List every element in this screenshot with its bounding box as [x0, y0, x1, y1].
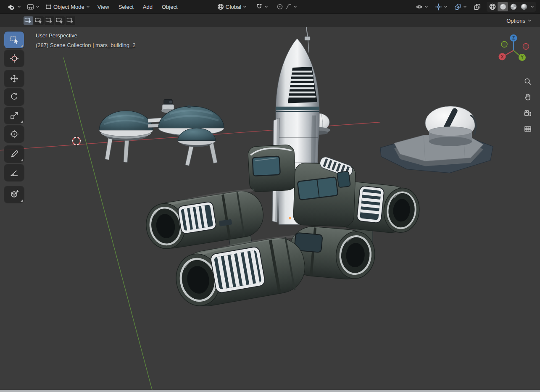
select-subtract-icon: [45, 17, 53, 24]
tool-scale[interactable]: [4, 107, 24, 124]
habitat-cabin-right[interactable]: [293, 155, 356, 227]
svg-text:X: X: [501, 55, 504, 59]
gizmo-axis-x[interactable]: X: [499, 53, 506, 61]
observatory-model[interactable]: [380, 106, 493, 173]
tool-shelf: [4, 32, 24, 203]
eye-icon: [416, 3, 423, 11]
gizmo-axis-neg-y[interactable]: [501, 42, 507, 47]
select-box-icon: [10, 35, 19, 45]
tool-cursor[interactable]: [4, 50, 24, 67]
shading-solid-button[interactable]: [498, 2, 508, 11]
rotate-icon: [10, 92, 19, 102]
select-mode-intersect-button[interactable]: [66, 16, 75, 25]
gizmo-axis-y[interactable]: Y: [519, 54, 526, 61]
object-origin-dot: [289, 217, 291, 220]
camera-view-button[interactable]: [522, 107, 534, 120]
habitat-modules-model[interactable]: [143, 145, 421, 311]
select-set-icon: [24, 17, 32, 24]
menu-select[interactable]: Select: [114, 2, 138, 12]
gizmo-axis-z[interactable]: Z: [510, 34, 517, 42]
blender-logo-icon: [7, 3, 16, 11]
tool-select-box[interactable]: [4, 32, 24, 48]
select-intersect-icon: [66, 17, 74, 24]
tool-add-cube[interactable]: [4, 186, 24, 203]
falloff-curve-icon: [285, 3, 292, 10]
magnifier-icon: [524, 77, 532, 86]
toggle-orthographic-button[interactable]: [522, 123, 534, 135]
wireframe-sphere-icon: [489, 3, 496, 11]
chevron-down-icon: [463, 5, 467, 8]
chevron-down-icon: [293, 5, 297, 8]
shading-rendered-button[interactable]: [519, 2, 529, 11]
hand-icon: [524, 93, 532, 101]
pan-button[interactable]: [522, 91, 534, 103]
tool-settings-bar: Options: [0, 13, 540, 27]
gizmos-toggle-dropdown[interactable]: [432, 2, 450, 12]
menu-add[interactable]: Add: [139, 2, 157, 12]
proportional-editing-icon: [277, 3, 283, 10]
chevron-down-icon: [86, 5, 90, 8]
shading-wireframe-button[interactable]: [487, 2, 498, 11]
move-icon: [10, 74, 19, 83]
chevron-down-icon: [530, 5, 534, 8]
zoom-button[interactable]: [522, 75, 534, 88]
drone-saucers-model[interactable]: [99, 100, 224, 166]
select-extend-icon: [35, 17, 43, 24]
cursor-3d-icon: [10, 54, 19, 63]
object-visibility-dropdown[interactable]: [413, 2, 431, 12]
overlays-toggle-dropdown[interactable]: [452, 2, 469, 12]
menu-object[interactable]: Object: [158, 2, 182, 12]
mode-dropdown-label: Object Mode: [53, 4, 84, 10]
xray-icon: [474, 3, 481, 11]
shading-material-button[interactable]: [508, 2, 519, 11]
snap-magnet-icon: [256, 3, 263, 10]
window-bottom-edge: [0, 390, 540, 392]
chevron-down-icon: [17, 5, 21, 8]
chevron-down-icon: [264, 5, 268, 8]
transform-orientation-dropdown[interactable]: Global: [215, 2, 250, 11]
proportional-editing-group[interactable]: [274, 2, 300, 11]
object-mode-icon: [45, 4, 52, 10]
select-mode-extend-button[interactable]: [34, 16, 44, 25]
svg-text:Y: Y: [521, 55, 524, 60]
menu-view[interactable]: View: [93, 2, 113, 12]
globe-icon: [217, 3, 224, 10]
editor-type-button[interactable]: [24, 2, 42, 12]
navigation-gizmo[interactable]: Z X Y: [497, 33, 530, 66]
camera-icon: [524, 109, 532, 118]
topbar: Object Mode View Select Add Object Globa…: [0, 0, 540, 13]
gizmo-axis-neg-x[interactable]: [523, 44, 529, 50]
gizmo-arrows-icon: [435, 3, 442, 11]
snap-dropdown[interactable]: [253, 2, 271, 11]
chevron-down-icon: [243, 5, 247, 8]
viewport-3d-scene[interactable]: [0, 27, 540, 390]
tool-move[interactable]: [4, 70, 24, 87]
chevron-down-icon: [424, 5, 428, 8]
grid-icon: [524, 125, 532, 133]
tool-annotate[interactable]: [4, 146, 24, 163]
options-dropdown[interactable]: Options: [503, 16, 535, 25]
habitat-cabin-center[interactable]: [248, 145, 296, 192]
tool-rotate[interactable]: [4, 89, 24, 105]
rendered-sphere-icon: [520, 3, 528, 11]
tool-measure[interactable]: [4, 164, 24, 181]
select-mode-set-button[interactable]: [24, 16, 33, 25]
select-invert-icon: [56, 17, 64, 24]
blender-menu-button[interactable]: [4, 2, 24, 12]
svg-text:Z: Z: [512, 36, 515, 40]
chevron-down-icon: [36, 5, 40, 8]
mode-dropdown[interactable]: Object Mode: [43, 3, 92, 11]
add-cube-icon: [10, 190, 19, 199]
measure-icon: [10, 168, 19, 177]
xray-toggle[interactable]: [471, 2, 483, 12]
select-mode-invert-button[interactable]: [55, 16, 65, 25]
scale-icon: [10, 111, 19, 120]
chevron-down-icon: [444, 5, 448, 8]
select-mode-group: [24, 16, 75, 25]
viewport-3d[interactable]: User Perspective (287) Scene Collection …: [0, 27, 540, 390]
overlays-icon: [454, 3, 461, 11]
select-mode-subtract-button[interactable]: [45, 16, 54, 25]
transform-icon: [10, 129, 19, 139]
tool-transform[interactable]: [4, 126, 24, 142]
material-sphere-icon: [510, 3, 517, 11]
